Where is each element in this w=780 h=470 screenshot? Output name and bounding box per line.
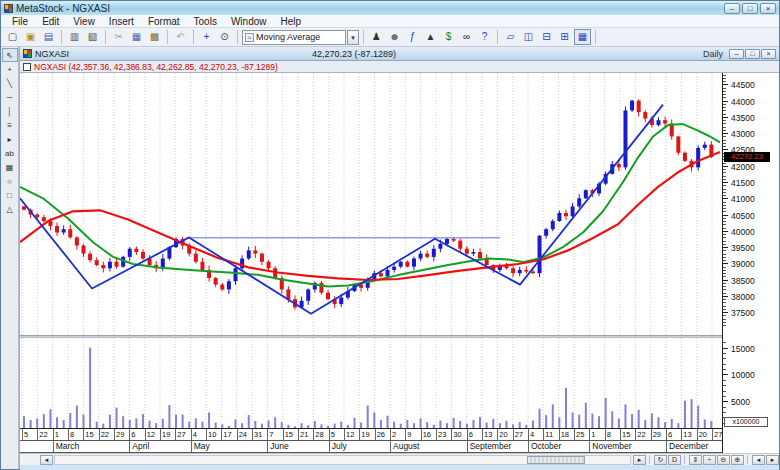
close-button[interactable]: × bbox=[760, 3, 776, 14]
print-preview-icon[interactable]: ▧ bbox=[84, 29, 101, 45]
x-axis-tick-label: 30 bbox=[451, 429, 466, 441]
x-axis-tick-label: 20 bbox=[697, 429, 712, 441]
explorer-icon[interactable]: ☻ bbox=[386, 29, 403, 45]
fibonacci-tool[interactable]: ≡ bbox=[2, 118, 18, 132]
scroll-left-button[interactable]: ◂ bbox=[40, 455, 53, 465]
chart-minimize-button[interactable]: – bbox=[729, 49, 744, 59]
x-axis-tick-label: 12 bbox=[145, 429, 160, 441]
text-tool[interactable]: ab bbox=[2, 146, 18, 160]
system-tester-icon[interactable]: ▲ bbox=[422, 29, 439, 45]
x-axis-month-label: March bbox=[53, 441, 130, 453]
drawing-toolbar: ⇖+╲─│≡▸ab▦○□△ bbox=[1, 47, 19, 469]
horizontal-line-tool[interactable]: ─ bbox=[2, 90, 18, 104]
page-right-button[interactable]: ▸ bbox=[766, 455, 779, 465]
context-help-icon[interactable]: ? bbox=[476, 29, 493, 45]
series-checkbox[interactable] bbox=[23, 63, 31, 71]
chart-close-button[interactable]: × bbox=[761, 49, 776, 59]
expand-vertical-button[interactable]: ⇕ bbox=[689, 455, 702, 465]
x-axis-tick-label: 26 bbox=[375, 429, 390, 441]
x-axis-tick-label: 8 bbox=[605, 429, 620, 441]
menu-insert[interactable]: Insert bbox=[102, 16, 141, 27]
menu-format[interactable]: Format bbox=[141, 16, 187, 27]
indicator-dropdown-arrow[interactable]: ▾ bbox=[347, 30, 359, 45]
cascade-windows-icon[interactable]: ▱ bbox=[502, 29, 519, 45]
menu-window[interactable]: Window bbox=[224, 16, 274, 27]
x-axis-months: MarchAprilMayJuneJulyAugustSeptemberOcto… bbox=[20, 441, 722, 453]
periodicity-daily-button[interactable]: D bbox=[668, 455, 681, 465]
zoom-out-button[interactable]: ⊖ bbox=[717, 455, 730, 465]
new-chart-icon[interactable]: ▦ bbox=[574, 29, 591, 45]
zoom-icon[interactable]: ⊙ bbox=[216, 29, 233, 45]
menu-view[interactable]: View bbox=[66, 16, 102, 27]
menu-help[interactable]: Help bbox=[273, 16, 308, 27]
x-axis-tick-label: 11 bbox=[543, 429, 558, 441]
new-document-icon[interactable]: ▢ bbox=[4, 29, 21, 45]
compress-button[interactable]: ÷ bbox=[703, 455, 716, 465]
menu-edit[interactable]: Edit bbox=[35, 16, 66, 27]
scrollbar-thumb[interactable] bbox=[527, 456, 585, 464]
x-axis-tick-label: 20 bbox=[497, 429, 512, 441]
ellipse-tool[interactable]: ○ bbox=[2, 174, 18, 188]
minimize-button[interactable]: – bbox=[724, 3, 740, 14]
move-icon[interactable]: + bbox=[198, 29, 215, 45]
triangle-tool[interactable]: △ bbox=[2, 202, 18, 216]
cut-icon[interactable]: ✂ bbox=[110, 29, 127, 45]
volume-axis-label: 15000 bbox=[731, 344, 755, 354]
rectangle-tool[interactable]: □ bbox=[2, 188, 18, 202]
window-title: MetaStock - NGXASI bbox=[16, 3, 110, 14]
scroll-right-button[interactable]: ▸ bbox=[633, 455, 646, 465]
menu-file[interactable]: File bbox=[5, 16, 35, 27]
indicator-dropdown-icon: ≈ bbox=[245, 33, 254, 42]
chart-window-title-bar[interactable]: NGXASI 42,270.23 (-87.1289) Daily –□× bbox=[20, 47, 779, 61]
x-axis-tick-label: 29 bbox=[114, 429, 129, 441]
expert-advisor-icon[interactable]: ♟ bbox=[368, 29, 385, 45]
arrange-windows-icon[interactable]: ⊞ bbox=[556, 29, 573, 45]
vertical-line-tool[interactable]: │ bbox=[2, 104, 18, 118]
x-axis-tick-label: 18 bbox=[559, 429, 574, 441]
page-left-button[interactable]: ◂ bbox=[752, 455, 765, 465]
pointer-tool[interactable]: ⇖ bbox=[2, 48, 18, 62]
grid-tool[interactable]: ▦ bbox=[2, 160, 18, 174]
horizontal-scrollbar[interactable] bbox=[54, 455, 631, 465]
x-axis-tick-label: 4 bbox=[528, 429, 543, 441]
undo-icon[interactable]: ↶ bbox=[172, 29, 189, 45]
x-axis-month-label: June bbox=[267, 441, 328, 453]
x-axis-month-label: December bbox=[666, 441, 722, 453]
chart-bottom-bar: ◂▸↻D⇕÷⊖⊕◂▸ bbox=[20, 453, 779, 465]
menu-tools[interactable]: Tools bbox=[187, 16, 224, 27]
volume-axis-label: 10000 bbox=[731, 370, 755, 380]
price-axis-label: 43000 bbox=[731, 129, 755, 139]
x-axis-tick-label: 15 bbox=[620, 429, 635, 441]
price-axis-label: 38500 bbox=[731, 276, 755, 286]
indicator-dropdown[interactable]: ≈Moving Average bbox=[242, 30, 346, 45]
x-axis-tick-label: 5 bbox=[22, 429, 37, 441]
x-axis-dates: 5221815222961219274101724317152128512192… bbox=[20, 428, 722, 441]
x-axis-tick-label: 6 bbox=[467, 429, 482, 441]
title-bar: MetaStock - NGXASI –□× bbox=[1, 1, 779, 15]
open-folder-icon[interactable]: ▣ bbox=[22, 29, 39, 45]
x-axis-month-label: August bbox=[390, 441, 467, 453]
copy-icon[interactable]: ▦ bbox=[128, 29, 145, 45]
indicator-builder-icon[interactable]: ƒ bbox=[404, 29, 421, 45]
series-legend: NGXASI (42,357.36, 42,386.83, 42,262.85,… bbox=[34, 62, 278, 72]
chart-maximize-button[interactable]: □ bbox=[745, 49, 760, 59]
search-binoculars-icon[interactable]: ∞ bbox=[458, 29, 475, 45]
price-pane[interactable] bbox=[20, 73, 722, 335]
options-icon[interactable]: $ bbox=[440, 29, 457, 45]
tile-vertical-icon[interactable]: ◫ bbox=[520, 29, 537, 45]
refresh-button[interactable]: ↻ bbox=[654, 455, 667, 465]
x-axis-month-label: April bbox=[129, 441, 190, 453]
volume-pane[interactable] bbox=[20, 338, 722, 428]
maximize-button[interactable]: □ bbox=[742, 3, 758, 14]
more-tools-button[interactable]: ▸ bbox=[2, 132, 18, 146]
save-icon[interactable]: ▤ bbox=[40, 29, 57, 45]
tile-horizontal-icon[interactable]: ⊟ bbox=[538, 29, 555, 45]
paste-icon[interactable]: ▩ bbox=[146, 29, 163, 45]
price-axis-label: 43500 bbox=[731, 113, 755, 123]
crosshair-tool[interactable]: + bbox=[2, 62, 18, 76]
price-axis-label: 40500 bbox=[731, 211, 755, 221]
x-axis-tick-label: 6 bbox=[666, 429, 681, 441]
zoom-in-button[interactable]: ⊕ bbox=[731, 455, 744, 465]
trendline-tool[interactable]: ╲ bbox=[2, 76, 18, 90]
print-icon[interactable]: ▥ bbox=[66, 29, 83, 45]
